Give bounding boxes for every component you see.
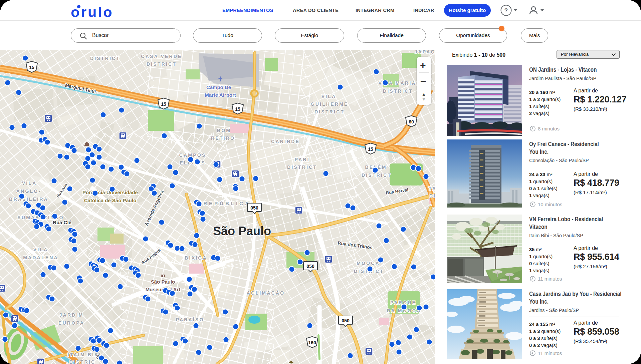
svg-text:GUILHERME: GUILHERME: [311, 101, 349, 107]
svg-text:Marte Airport: Marte Airport: [205, 92, 236, 98]
svg-text:DISTRICT: DISTRICT: [287, 164, 317, 170]
svg-text:15: 15: [161, 101, 166, 107]
svg-text:VILA: VILA: [322, 94, 337, 99]
svg-text:VILA: VILA: [22, 180, 37, 186]
svg-text:MOOCA: MOOCA: [357, 261, 380, 266]
svg-text:15: 15: [29, 65, 34, 70]
svg-text:160: 160: [308, 340, 316, 345]
svg-text:CANINDÉ: CANINDÉ: [271, 139, 300, 144]
svg-text:050: 050: [250, 205, 258, 211]
svg-text:JAPAQ: JAPAQ: [414, 50, 435, 54]
svg-text:DISTRIC: DISTRIC: [69, 359, 95, 364]
svg-text:ACLIMAÇÃO: ACLIMAÇÃO: [247, 290, 285, 296]
svg-text:050: 050: [342, 318, 350, 323]
svg-text:CASA VERDE: CASA VERDE: [141, 54, 182, 59]
svg-text:Rua Clé: Rua Clé: [53, 220, 71, 225]
svg-text:VILA: VILA: [33, 247, 48, 252]
svg-text:PARAÍSO: PARAÍSO: [176, 317, 204, 322]
svg-text:BRASILEIRA: BRASILEIRA: [9, 197, 48, 202]
svg-text:DISTRICT: DISTRICT: [383, 88, 413, 94]
svg-text:15: 15: [235, 106, 240, 112]
svg-text:ANGLO-: ANGLO-: [16, 189, 41, 194]
svg-text:15: 15: [368, 146, 373, 152]
svg-text:Campo De: Campo De: [206, 84, 231, 90]
svg-text:MADALENA: MADALENA: [23, 255, 58, 260]
svg-text:DI: DI: [429, 193, 435, 199]
svg-text:TA: TA: [429, 186, 435, 191]
svg-text:REPÚBLICA: REPÚBLICA: [203, 201, 251, 206]
svg-text:DISTRICT: DISTRICT: [362, 172, 392, 178]
svg-text:PARI: PARI: [294, 157, 309, 162]
svg-text:60: 60: [409, 119, 414, 124]
svg-text:DISTRICT: DISTRICT: [90, 56, 120, 61]
svg-text:EUROPA: EUROPA: [58, 320, 84, 326]
svg-text:JARDIM: JARDIM: [59, 312, 84, 318]
svg-text:?: ?: [504, 7, 508, 14]
svg-text:Católica de São Paulo: Católica de São Paulo: [84, 198, 137, 203]
svg-text:São Paulo: São Paulo: [213, 224, 271, 238]
svg-text:RETIRO: RETIRO: [211, 135, 235, 141]
svg-text:BOM: BOM: [217, 128, 231, 133]
svg-text:DISTRICT: DISTRICT: [147, 61, 177, 67]
svg-text:DISTRICT: DISTRICT: [314, 109, 345, 114]
svg-text:050: 050: [306, 264, 314, 269]
svg-text:BIXIGA: BIXIGA: [185, 255, 207, 261]
svg-text:São Paulo: São Paulo: [151, 279, 175, 285]
